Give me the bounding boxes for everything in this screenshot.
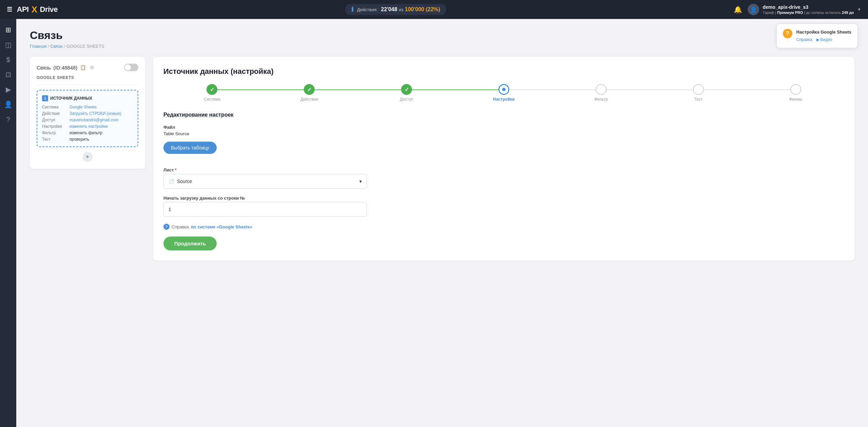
main-content: Связь Главная / Связи / GOOGLE SHEETS Св…: [16, 19, 868, 427]
connection-id: Связь (ID:48848) 📋 ⚙: [37, 65, 94, 70]
source-row-label: Доступ: [42, 118, 67, 122]
source-row-value[interactable]: Загрузить СТРОКИ (новые): [70, 111, 121, 116]
select-table-button[interactable]: Выбрать таблицу: [163, 142, 217, 154]
logo-x: X: [32, 4, 37, 15]
notifications-bell-icon[interactable]: 🔔: [734, 5, 742, 14]
help-system-link[interactable]: по системе «Google Sheets»: [191, 224, 252, 229]
help-question-icon: ?: [783, 29, 792, 38]
user-chevron-down-icon[interactable]: ▼: [857, 7, 861, 12]
source-number: 1: [42, 95, 48, 101]
video-icon: ▶: [6, 85, 11, 94]
step-circle-inactive: [596, 84, 607, 95]
logo-drive: Drive: [40, 5, 58, 14]
settings-gear-icon[interactable]: ⚙: [90, 65, 94, 70]
sheet-field-group: Лист* 📄 Source ▾: [163, 167, 844, 189]
sheet-selected-value: Source: [177, 179, 192, 184]
sidebar-item-home[interactable]: ⊞: [1, 23, 15, 37]
hamburger-icon[interactable]: ☰: [7, 6, 12, 13]
page-title: Связь: [30, 29, 854, 42]
connection-title: Связь: [37, 65, 51, 70]
connection-id-parens: (ID:48848): [53, 65, 77, 70]
actions-label: Действия:: [357, 7, 378, 12]
source-row-value[interactable]: Google Sheets: [70, 105, 96, 109]
step-доступ[interactable]: ✓ Доступ: [358, 84, 455, 102]
step-label: Действие: [300, 97, 318, 102]
step-label: Финиш: [789, 97, 802, 102]
logo-api: API: [17, 5, 29, 14]
source-row: Фильтр изменить фильтр: [42, 130, 133, 135]
sidebar: ⊞ ◫ $ ⊡ ▶ 👤 ?: [0, 19, 16, 427]
source-row-label: Система: [42, 105, 67, 109]
help-row: ? Справка по системе «Google Sheets»: [163, 224, 844, 230]
breadcrumb-current: GOOGLE SHEETS: [66, 44, 104, 49]
row-start-input[interactable]: [163, 202, 367, 217]
source-row-value: изменить фильтр: [70, 130, 102, 135]
step-label: Доступ: [400, 97, 413, 102]
connection-toggle[interactable]: [124, 64, 138, 71]
connection-header: Связь (ID:48848) 📋 ⚙: [37, 64, 138, 71]
panel-title: Источник данных (настройка): [163, 67, 844, 76]
source-rows: Система Google Sheets Действие Загрузить…: [42, 105, 133, 142]
account-icon: 👤: [4, 100, 13, 108]
templates-icon: ⊡: [5, 70, 11, 79]
home-icon: ⊞: [5, 26, 11, 34]
add-source-button[interactable]: +: [82, 152, 93, 162]
help-справка-link[interactable]: Справка: [796, 37, 812, 43]
help-video-link[interactable]: ▶ Видео: [816, 37, 832, 43]
step-система[interactable]: ✓ Система: [163, 84, 261, 102]
left-panel: Связь (ID:48848) 📋 ⚙ GOOGLE SHEETS 1 ИСТ…: [30, 57, 145, 169]
user-section[interactable]: 👤 demo_apix-drive_s3 Тариф | Премиум PRO…: [748, 4, 861, 15]
source-row-value[interactable]: изменить настройки: [70, 124, 107, 129]
step-circle-done: ✓: [304, 84, 315, 95]
actions-pill: ℹ Действия: 22'048 из 100'000 (22%): [345, 4, 446, 15]
breadcrumb-connections-link[interactable]: Связи: [50, 44, 62, 49]
file-label: Файл: [163, 125, 844, 130]
help-tooltip-title: Настройка Google Sheets: [796, 29, 851, 36]
chevron-down-icon: ▾: [359, 179, 362, 184]
copy-icon[interactable]: 📋: [80, 65, 86, 70]
source-row-value[interactable]: maverickandrii@gmail.com: [70, 118, 118, 122]
step-тест: Тест: [650, 84, 747, 102]
step-circle-done: ✓: [206, 84, 217, 95]
source-card: 1 ИСТОЧНИК ДАННЫХ Система Google Sheets …: [37, 90, 138, 147]
sidebar-item-templates[interactable]: ⊡: [1, 68, 15, 81]
step-фильтр: Фильтр: [552, 84, 650, 102]
continue-button[interactable]: Продолжить: [163, 237, 217, 250]
breadcrumb-separator-2: /: [64, 44, 66, 49]
sidebar-item-connections[interactable]: ◫: [1, 38, 15, 52]
sidebar-item-video[interactable]: ▶: [1, 83, 15, 96]
step-circle-inactive: [693, 84, 704, 95]
step-circle-active: [498, 84, 509, 95]
breadcrumb-home-link[interactable]: Главная: [30, 44, 46, 49]
sheet-dropdown[interactable]: 📄 Source ▾: [163, 174, 367, 189]
document-icon: 📄: [169, 179, 174, 184]
file-value: Table Source: [163, 131, 844, 136]
play-video-icon: ▶: [816, 37, 820, 43]
steps-row: ✓ Система ✓ Действие ✓ Доступ Настройки …: [163, 84, 844, 102]
source-row: Действие Загрузить СТРОКИ (новые): [42, 111, 133, 116]
source-row-label: Тест: [42, 137, 67, 142]
source-card-title: ИСТОЧНИК ДАННЫХ: [50, 96, 92, 101]
row-start-label: Начать загрузку данных со строки №: [163, 196, 844, 201]
row-start-field-group: Начать загрузку данных со строки №: [163, 196, 844, 217]
actions-count: 22'048 из 100'000 (22%): [381, 6, 440, 13]
connection-tag: GOOGLE SHEETS: [37, 75, 138, 85]
info-icon: ℹ: [351, 6, 354, 13]
sidebar-item-billing[interactable]: $: [1, 53, 15, 66]
breadcrumb: Главная / Связи / GOOGLE SHEETS: [30, 44, 854, 49]
sidebar-item-help[interactable]: ?: [1, 113, 15, 126]
connections-icon: ◫: [5, 41, 12, 49]
step-финиш: Финиш: [747, 84, 844, 102]
step-действие[interactable]: ✓ Действие: [261, 84, 358, 102]
step-настройки[interactable]: Настройки: [455, 84, 553, 102]
sidebar-item-account[interactable]: 👤: [1, 98, 15, 111]
right-panel: Источник данных (настройка) ✓ Система ✓ …: [153, 57, 854, 261]
help-circle-icon: ?: [163, 224, 170, 230]
source-row-label: Настройки: [42, 124, 67, 129]
logo[interactable]: ☰ APIXDrive: [7, 4, 58, 15]
user-info: demo_apix-drive_s3 Тариф | Премиум PRO |…: [763, 4, 854, 15]
step-label: Система: [204, 97, 220, 102]
step-label: Тест: [694, 97, 703, 102]
source-row-label: Действие: [42, 111, 67, 116]
sheet-required-star: *: [175, 167, 177, 172]
